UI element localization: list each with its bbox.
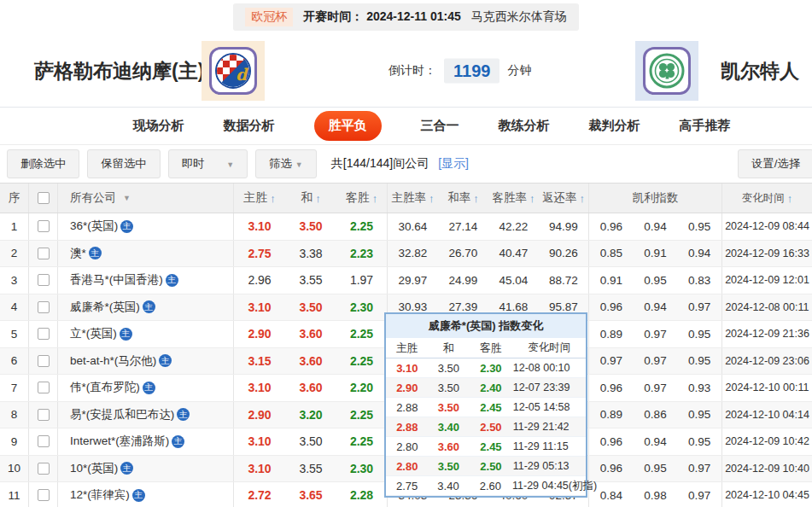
sort-asc-icon[interactable]: ↑ <box>529 192 535 205</box>
tab-three-in-one[interactable]: 三合一 <box>421 118 459 134</box>
away-rate: 45.04 <box>488 267 539 294</box>
row-checkbox[interactable] <box>38 301 50 313</box>
kelly-cell: 0.960.940.97 <box>589 294 722 321</box>
tab-coach-analysis[interactable]: 教练分析 <box>499 118 550 134</box>
checkbox-cell <box>29 294 58 321</box>
checkbox-cell <box>29 428 58 455</box>
company-cell[interactable]: 立*(英国)主 <box>58 321 234 347</box>
row-checkbox[interactable] <box>38 355 50 367</box>
popup-home-odds: 2.75 <box>386 480 428 492</box>
row-checkbox[interactable] <box>38 463 50 475</box>
kelly-draw: 0.97 <box>634 382 678 394</box>
company-cell[interactable]: bet-at-h*(马尔他)主 <box>58 348 234 375</box>
sort-asc-icon[interactable]: ↑ <box>580 192 586 205</box>
company-cell[interactable]: 香港马*(中国香港)主 <box>58 267 234 294</box>
sort-asc-icon[interactable]: ↑ <box>473 192 479 205</box>
popup-header-draw: 和 <box>429 341 470 356</box>
chevron-down-icon[interactable]: ▼ <box>123 194 131 202</box>
countdown-value: 1199 <box>444 58 499 83</box>
row-checkbox[interactable] <box>38 274 50 286</box>
company-name: 易*(安提瓜和巴布达) <box>70 407 174 422</box>
sort-asc-icon[interactable]: ↑ <box>429 192 435 205</box>
company-cell[interactable]: 10*(英国)主 <box>58 456 234 482</box>
row-checkbox[interactable] <box>38 435 50 447</box>
main-marker-icon: 主 <box>172 435 184 448</box>
select-all-checkbox[interactable] <box>38 192 50 204</box>
away-rate: 40.47 <box>488 241 539 267</box>
row-checkbox[interactable] <box>38 489 50 501</box>
header-home-odds[interactable]: 主胜↑ <box>234 184 285 213</box>
header-draw-rate[interactable]: 和率↑ <box>438 184 488 213</box>
company-name: 立*(英国) <box>70 326 117 341</box>
kickoff-label: 开赛时间： <box>303 9 363 23</box>
sort-asc-icon[interactable]: ↑ <box>372 192 378 205</box>
change-time: 2024-12-10 04:14 <box>722 402 812 428</box>
kelly-draw: 0.97 <box>634 328 678 341</box>
table-row[interactable]: 3香港马*(中国香港)主2.963.551.9729.9724.9945.048… <box>0 267 812 294</box>
home-rate: 30.64 <box>388 213 438 240</box>
sort-asc-icon[interactable]: ↑ <box>270 192 276 205</box>
odds-draw: 3.38 <box>285 241 336 267</box>
kelly-home: 0.97 <box>589 354 634 367</box>
kelly-draw: 0.95 <box>634 274 678 287</box>
keep-selected-button[interactable]: 保留选中 <box>87 149 160 178</box>
company-cell[interactable]: 36*(英国)主 <box>58 213 234 240</box>
checkbox-cell <box>29 456 58 482</box>
odds-away: 2.30 <box>336 456 388 482</box>
tab-data-analysis[interactable]: 数据分析 <box>224 118 275 134</box>
company-cell[interactable]: 澳*主 <box>58 241 234 267</box>
header-away-rate[interactable]: 客胜率↑ <box>488 184 539 213</box>
return-rate: 90.26 <box>539 241 589 267</box>
header-away-odds[interactable]: 客胜↑ <box>336 184 388 213</box>
settings-select-button[interactable]: 设置/选择 <box>738 149 812 178</box>
row-checkbox[interactable] <box>38 409 50 421</box>
table-row[interactable]: 136*(英国)主3.103.502.2530.6427.1442.2294.9… <box>0 213 812 241</box>
company-cell[interactable]: 威廉希*(英国)主 <box>58 294 234 321</box>
row-checkbox[interactable] <box>38 328 50 340</box>
header-draw-odds[interactable]: 和↑ <box>285 184 336 213</box>
header-change-time[interactable]: 变化时间↑ <box>722 184 812 213</box>
odds-draw: 3.55 <box>285 456 336 482</box>
odds-home: 3.10 <box>234 375 285 401</box>
company-cell[interactable]: 易*(安提瓜和巴布达)主 <box>58 402 234 428</box>
sort-asc-icon[interactable]: ↑ <box>315 192 321 205</box>
tab-win-draw-loss[interactable]: 胜平负 <box>314 111 382 141</box>
popup-home-odds: 3.10 <box>386 362 429 375</box>
header-company[interactable]: 所有公司▼ <box>58 184 234 213</box>
header-return-rate[interactable]: 返还率↑ <box>539 184 589 213</box>
show-link[interactable]: [显示] <box>438 156 469 172</box>
tab-expert-picks[interactable]: 高手推荐 <box>680 118 731 134</box>
kelly-draw: 0.94 <box>634 435 678 448</box>
countdown: 倒计时： 1199 分钟 <box>388 58 531 83</box>
company-cell[interactable]: 伟*(直布罗陀)主 <box>58 375 234 401</box>
time-filter-dropdown[interactable]: 即时▼ <box>168 149 248 178</box>
row-checkbox[interactable] <box>38 220 50 232</box>
checkbox-cell <box>29 213 58 240</box>
table-row[interactable]: 2澳*主2.753.382.2332.8226.7040.4790.260.85… <box>0 241 812 268</box>
odds-away: 2.25 <box>336 402 388 428</box>
checkbox-cell <box>29 348 58 375</box>
main-marker-icon: 主 <box>120 328 132 341</box>
kelly-draw: 0.94 <box>634 300 678 313</box>
main-marker-icon: 主 <box>143 300 155 313</box>
sort-asc-icon[interactable]: ↑ <box>787 192 793 205</box>
kelly-home: 0.96 <box>589 462 634 475</box>
odds-draw: 3.50 <box>285 213 336 240</box>
row-checkbox[interactable] <box>38 382 50 393</box>
kelly-cell: 0.960.950.97 <box>589 456 722 482</box>
filter-dropdown[interactable]: 筛选▼ <box>255 149 317 178</box>
company-cell[interactable]: 12*(菲律宾)主 <box>58 482 234 507</box>
header-home-rate[interactable]: 主胜率↑ <box>388 184 438 213</box>
odds-away: 2.23 <box>336 241 388 267</box>
tab-referee-analysis[interactable]: 裁判分析 <box>589 118 640 134</box>
countdown-label: 倒计时： <box>388 63 436 79</box>
row-checkbox[interactable] <box>38 248 50 259</box>
popup-change-time: 11-29 21:42 <box>513 421 586 433</box>
delete-selected-button[interactable]: 删除选中 <box>7 149 79 178</box>
popup-draw-odds: 3.40 <box>428 480 468 492</box>
odds-away: 2.25 <box>336 213 388 240</box>
kelly-cell: 0.960.970.93 <box>589 375 722 401</box>
company-cell[interactable]: Interwet*(塞浦路斯)主 <box>58 428 234 455</box>
tab-live-analysis[interactable]: 现场分析 <box>133 118 184 134</box>
odds-away: 2.25 <box>336 348 388 375</box>
